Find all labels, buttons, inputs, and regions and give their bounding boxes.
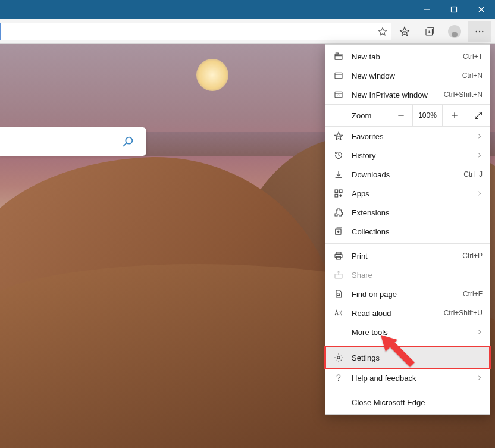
menu-collections[interactable]: Collections <box>325 222 490 241</box>
collections-icon <box>333 227 344 236</box>
menu-item-shortcut: Ctrl+Shift+U <box>444 309 483 317</box>
svg-rect-36 <box>339 190 342 193</box>
menu-item-label: Collections <box>352 227 483 236</box>
menu-item-shortcut: Ctrl+T <box>463 52 483 61</box>
window-close-button[interactable] <box>468 0 495 19</box>
svg-line-32 <box>339 155 340 156</box>
menu-item-shortcut: Ctrl+F <box>463 290 483 298</box>
menu-new-window[interactable]: New window Ctrl+N <box>325 66 490 85</box>
more-menu: New tab Ctrl+T New window Ctrl+N New InP… <box>325 44 490 415</box>
menu-item-label: Favorites <box>352 132 469 141</box>
menu-item-label: New InPrivate window <box>352 90 437 99</box>
svg-rect-35 <box>335 190 338 193</box>
inprivate-icon <box>333 90 344 99</box>
menu-item-shortcut: Ctrl+Shift+N <box>444 90 483 99</box>
zoom-out-button[interactable] <box>389 104 412 127</box>
menu-more-tools[interactable]: More tools <box>325 322 490 342</box>
menu-item-label: Read aloud <box>352 309 437 318</box>
menu-extensions[interactable]: Extensions <box>325 203 490 222</box>
share-icon <box>333 270 344 280</box>
zoom-percent: 100% <box>412 104 442 127</box>
zoom-in-button[interactable] <box>442 104 466 127</box>
menu-item-label: New tab <box>352 52 456 61</box>
menu-separator <box>325 390 490 390</box>
collections-button[interactable] <box>418 21 441 42</box>
help-icon <box>333 373 344 383</box>
find-icon <box>333 289 344 299</box>
menu-item-shortcut: Ctrl+P <box>462 252 483 260</box>
star-icon <box>333 131 344 141</box>
apps-icon <box>333 189 344 198</box>
svg-point-13 <box>476 30 477 32</box>
menu-item-label: History <box>352 151 469 160</box>
sun-graphic <box>196 59 228 91</box>
menu-apps[interactable]: Apps <box>325 184 490 203</box>
svg-point-52 <box>337 356 340 359</box>
menu-separator <box>325 344 490 344</box>
avatar-icon <box>448 25 461 38</box>
browser-toolbar <box>0 19 495 44</box>
chevron-right-icon <box>477 190 483 196</box>
svg-point-15 <box>482 30 483 32</box>
download-icon <box>333 170 344 179</box>
menu-item-label: Apps <box>352 189 469 198</box>
menu-downloads[interactable]: Downloads Ctrl+J <box>325 165 490 184</box>
search-icon <box>121 135 134 148</box>
menu-item-label: Extensions <box>352 208 483 217</box>
menu-history[interactable]: History <box>325 146 490 165</box>
menu-item-label: Close Microsoft Edge <box>352 398 483 407</box>
favorites-button[interactable] <box>393 21 416 42</box>
svg-rect-20 <box>336 53 338 54</box>
profile-button[interactable] <box>443 21 466 42</box>
menu-item-label: Help and feedback <box>352 374 469 383</box>
svg-rect-46 <box>335 254 342 257</box>
svg-point-53 <box>338 380 339 380</box>
menu-new-inprivate[interactable]: New InPrivate window Ctrl+Shift+N <box>325 85 490 104</box>
fullscreen-button[interactable] <box>466 104 490 127</box>
window-minimize-button[interactable] <box>413 0 440 19</box>
menu-settings[interactable]: Settings <box>325 347 490 368</box>
search-box[interactable] <box>0 127 146 156</box>
menu-item-label: Share <box>352 271 483 280</box>
menu-item-label: More tools <box>352 328 469 337</box>
svg-line-28 <box>475 112 481 119</box>
menu-close-edge[interactable]: Close Microsoft Edge <box>325 393 490 412</box>
menu-item-shortcut: Ctrl+J <box>463 170 483 178</box>
chevron-right-icon <box>477 152 483 158</box>
svg-rect-47 <box>337 256 341 259</box>
more-menu-button[interactable] <box>468 21 491 42</box>
svg-rect-18 <box>335 54 342 59</box>
menu-item-shortcut: Ctrl+N <box>462 71 483 80</box>
menu-zoom-row: Zoom 100% <box>325 104 490 127</box>
history-icon <box>333 151 344 160</box>
menu-find[interactable]: Find on page Ctrl+F <box>325 284 490 303</box>
chevron-right-icon <box>477 375 483 381</box>
menu-item-label: Downloads <box>352 170 456 179</box>
window-maximize-button[interactable] <box>440 0 468 19</box>
favorite-star-icon[interactable] <box>378 27 387 36</box>
address-bar[interactable] <box>0 23 391 40</box>
menu-item-label: Find on page <box>352 290 456 299</box>
svg-marker-4 <box>378 27 386 35</box>
menu-item-label: New window <box>352 71 455 80</box>
svg-rect-1 <box>452 7 457 12</box>
menu-read-aloud[interactable]: Read aloud Ctrl+Shift+U <box>325 303 490 322</box>
new-tab-icon <box>333 52 344 61</box>
svg-point-14 <box>479 30 480 32</box>
chevron-right-icon <box>477 133 483 139</box>
zoom-label: Zoom <box>325 111 383 120</box>
svg-rect-37 <box>335 194 338 197</box>
settings-icon <box>333 353 344 362</box>
menu-favorites[interactable]: Favorites <box>325 127 490 146</box>
svg-line-17 <box>124 143 127 146</box>
chevron-right-icon <box>477 329 483 335</box>
menu-new-tab[interactable]: New tab Ctrl+T <box>325 47 490 66</box>
new-window-icon <box>333 71 344 80</box>
menu-item-label: Print <box>352 252 455 261</box>
menu-help[interactable]: Help and feedback <box>325 368 490 387</box>
menu-print[interactable]: Print Ctrl+P <box>325 246 490 265</box>
extensions-icon <box>333 208 344 217</box>
svg-line-51 <box>339 295 340 296</box>
svg-rect-21 <box>335 73 342 78</box>
menu-separator <box>325 243 490 244</box>
